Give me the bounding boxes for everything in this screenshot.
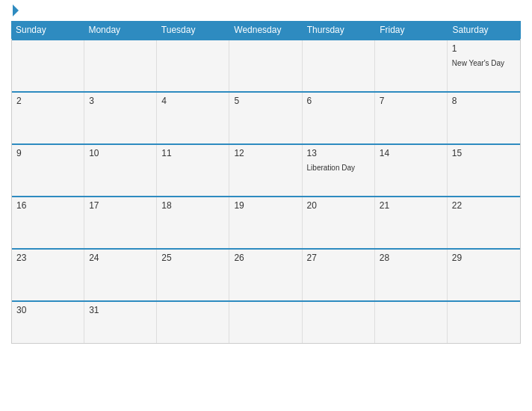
day-cell — [448, 302, 520, 343]
week-row-1: 2345678 — [12, 91, 520, 143]
day-cell: 7 — [375, 93, 448, 143]
day-cell — [229, 40, 302, 91]
day-cell: 31 — [84, 302, 157, 343]
day-cell: 26 — [229, 250, 302, 300]
day-number: 23 — [16, 253, 79, 263]
day-number: 28 — [380, 253, 442, 263]
day-number: 18 — [161, 200, 224, 211]
day-cell — [84, 40, 157, 91]
day-cell: 6 — [303, 93, 375, 143]
holiday-name: New Year's Day — [452, 59, 504, 67]
day-cell — [12, 40, 84, 91]
day-cell: 1New Year's Day — [448, 40, 520, 91]
day-number: 31 — [89, 305, 152, 315]
day-number: 20 — [307, 200, 370, 211]
week-row-2: 910111213Liberation Day1415 — [12, 143, 520, 196]
day-cell: 18 — [157, 197, 229, 248]
day-number: 1 — [452, 43, 516, 54]
logo-triangle-icon — [13, 4, 19, 16]
day-number: 22 — [452, 200, 516, 211]
day-cell: 10 — [84, 145, 157, 196]
day-cell: 14 — [375, 145, 448, 196]
day-cell: 27 — [303, 250, 375, 300]
day-cell: 4 — [157, 93, 229, 143]
day-cell: 29 — [448, 250, 520, 300]
day-name-tuesday: Tuesday — [157, 21, 229, 39]
day-cell: 30 — [12, 302, 84, 343]
day-cell: 25 — [157, 250, 229, 300]
day-number: 3 — [89, 96, 152, 106]
day-number: 26 — [234, 253, 297, 263]
day-cell: 13Liberation Day — [303, 145, 375, 196]
day-number: 24 — [89, 253, 152, 263]
day-cell: 19 — [229, 197, 302, 248]
day-cell: 17 — [84, 197, 157, 248]
day-cell — [375, 302, 448, 343]
day-number: 2 — [16, 96, 79, 106]
day-name-sunday: Sunday — [11, 21, 84, 39]
calendar-container: SundayMondayTuesdayWednesdayThursdayFrid… — [0, 0, 532, 411]
day-cell — [303, 40, 375, 91]
day-name-wednesday: Wednesday — [229, 21, 302, 39]
day-name-monday: Monday — [84, 21, 156, 39]
day-number: 9 — [16, 148, 79, 158]
days-header: SundayMondayTuesdayWednesdayThursdayFrid… — [11, 21, 521, 39]
day-name-friday: Friday — [375, 21, 448, 39]
day-cell — [157, 40, 229, 91]
day-number: 8 — [452, 96, 516, 106]
calendar-header — [11, 7, 521, 16]
day-number: 11 — [161, 148, 224, 158]
day-number: 17 — [89, 200, 152, 211]
holiday-name: Liberation Day — [307, 164, 355, 172]
day-cell: 3 — [84, 93, 157, 143]
day-cell — [303, 302, 375, 343]
day-cell: 2 — [12, 93, 84, 143]
day-cell: 9 — [12, 145, 84, 196]
day-cell: 20 — [303, 197, 375, 248]
day-cell: 15 — [448, 145, 520, 196]
day-number: 5 — [234, 96, 297, 106]
day-cell: 5 — [229, 93, 302, 143]
calendar-grid: 1New Year's Day2345678910111213Liberatio… — [11, 39, 521, 344]
week-row-0: 1New Year's Day — [12, 39, 520, 91]
day-number: 30 — [16, 305, 79, 315]
day-cell: 21 — [375, 197, 448, 248]
day-number: 4 — [161, 96, 224, 106]
day-number: 10 — [89, 148, 152, 158]
day-cell: 23 — [12, 250, 84, 300]
day-number: 13 — [307, 148, 370, 158]
day-number: 12 — [234, 148, 297, 158]
day-number: 29 — [452, 253, 516, 263]
day-number: 14 — [380, 148, 442, 158]
day-cell: 8 — [448, 93, 520, 143]
week-row-5: 3031 — [12, 300, 520, 343]
logo-blue-section — [11, 7, 19, 16]
day-cell: 28 — [375, 250, 448, 300]
day-cell: 16 — [12, 197, 84, 248]
day-cell: 22 — [448, 197, 520, 248]
week-row-4: 23242526272829 — [12, 248, 520, 300]
day-cell — [375, 40, 448, 91]
day-cell — [157, 302, 229, 343]
week-row-3: 16171819202122 — [12, 196, 520, 248]
day-cell — [229, 302, 302, 343]
day-cell: 24 — [84, 250, 157, 300]
day-cell: 12 — [229, 145, 302, 196]
day-name-saturday: Saturday — [448, 21, 521, 39]
day-number: 25 — [161, 253, 224, 263]
day-number: 6 — [307, 96, 370, 106]
day-number: 27 — [307, 253, 370, 263]
day-cell: 11 — [157, 145, 229, 196]
day-number: 21 — [380, 200, 442, 211]
day-number: 7 — [380, 96, 442, 106]
day-number: 19 — [234, 200, 297, 211]
logo — [11, 7, 19, 16]
day-number: 15 — [452, 148, 516, 158]
day-number: 16 — [16, 200, 79, 211]
day-name-thursday: Thursday — [303, 21, 375, 39]
